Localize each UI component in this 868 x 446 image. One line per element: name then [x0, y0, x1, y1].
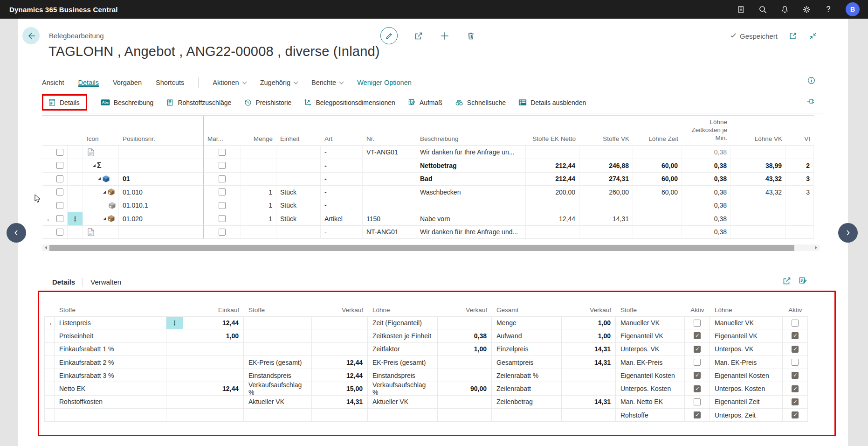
cell-art[interactable]: Artikel	[321, 212, 363, 226]
column-header-mar[interactable]: Mar...	[204, 116, 241, 146]
open-window-icon[interactable]	[789, 32, 797, 42]
details-value-cell[interactable]	[562, 382, 616, 395]
tab-weniger-optionen[interactable]: Weniger Optionen	[357, 73, 412, 92]
cell-einheit[interactable]: Stück	[276, 199, 321, 213]
cell-nr[interactable]: NT-ANG01	[363, 226, 416, 239]
active-checkbox[interactable]	[792, 320, 799, 327]
details-value-cell[interactable]	[183, 396, 244, 409]
details-value-cell[interactable]: 15,00	[312, 382, 368, 395]
column-header-stoffe_ek_netto[interactable]: Stoffe EK Netto	[526, 116, 579, 146]
active-checkbox[interactable]	[792, 385, 799, 392]
breadcrumb[interactable]: Belegbearbeitung	[49, 32, 104, 40]
scroll-left-arrow[interactable]	[42, 244, 49, 251]
cell-einheit[interactable]	[276, 226, 321, 239]
cell-stoffe_ek_netto[interactable]	[526, 146, 579, 160]
details-label-cell[interactable]: Verkaufsaufschlag %	[368, 382, 438, 395]
active-checkbox[interactable]	[792, 411, 799, 418]
details-tab-verwalten[interactable]: Verwalten	[83, 278, 129, 286]
share-icon[interactable]	[782, 276, 792, 287]
cell-beschreibung[interactable]: Nabe vorn	[416, 212, 526, 226]
row-checkbox[interactable]	[56, 215, 63, 222]
details-label-cell[interactable]: Zeitfaktor	[368, 343, 438, 356]
cell-stoffe_ek_netto[interactable]: 200,00	[526, 186, 579, 199]
tab-ansicht[interactable]: Ansicht	[42, 73, 64, 92]
scrollbar-thumb[interactable]	[49, 245, 794, 251]
cell-loehne_zeitkosten[interactable]: 0,38	[682, 226, 731, 239]
cell-vi[interactable]	[786, 212, 814, 226]
bell-icon[interactable]	[780, 5, 789, 14]
cell-loehne_zeitkosten[interactable]: 0,38	[682, 186, 731, 199]
tab-shortcuts[interactable]: Shortcuts	[156, 73, 184, 92]
details-label-cell[interactable]: Einkaufsrabatt 1 %	[55, 343, 166, 356]
info-icon[interactable]	[807, 77, 815, 86]
details-label-cell[interactable]: Rohstoffkosten	[55, 396, 166, 409]
cell-vi[interactable]: 2	[786, 159, 814, 173]
action-aufma-[interactable]: Aufmaß	[408, 98, 442, 106]
cell-beschreibung[interactable]: Wir danken für Ihre Anfrage und...	[416, 226, 526, 239]
cell-einheit[interactable]	[276, 146, 321, 160]
details-value-cell[interactable]	[438, 356, 492, 369]
column-header-nr[interactable]: Nr.	[363, 116, 416, 146]
details-label-cell[interactable]: Unterpos. VK	[710, 343, 783, 356]
cell-stoffe_vk[interactable]: 14,31	[579, 212, 633, 226]
edit-list-icon[interactable]	[799, 276, 807, 287]
expand-triangle-icon[interactable]	[93, 164, 96, 167]
search-icon[interactable]	[758, 5, 767, 14]
mark-checkbox[interactable]	[219, 202, 226, 209]
cell-stoffe_vk[interactable]: 274,31	[579, 173, 633, 186]
cell-nr[interactable]: VT-ANG01	[363, 146, 416, 160]
details-label-cell[interactable]: Eigenanteil VK	[616, 329, 685, 342]
details-label-cell[interactable]: Man. EK-Preis	[616, 356, 685, 369]
active-checkbox[interactable]	[694, 346, 701, 353]
details-label-cell[interactable]: Unterpos. Zeit	[710, 409, 783, 422]
cell-einheit[interactable]	[276, 159, 321, 173]
cell-loehne_zeit[interactable]: 60,00	[633, 173, 682, 186]
column-header-einheit[interactable]: Einheit	[276, 116, 321, 146]
active-checkbox[interactable]	[792, 332, 799, 339]
details-label-cell[interactable]: Zeilenrabatt	[492, 382, 562, 395]
expand-triangle-icon[interactable]	[103, 217, 106, 220]
cell-menge[interactable]	[241, 226, 276, 239]
active-checkbox[interactable]	[694, 411, 701, 418]
cell-menge[interactable]: 1	[241, 199, 276, 213]
cell-menge[interactable]: 1	[241, 186, 276, 199]
details-value-cell[interactable]: 1,00	[562, 329, 616, 342]
cell-nr[interactable]	[363, 186, 416, 199]
details-value-cell[interactable]: 0,38	[438, 329, 492, 342]
cell-nr[interactable]	[363, 159, 416, 173]
details-label-cell[interactable]: Zeit (Eigenanteil)	[368, 316, 438, 329]
cell-pos[interactable]: 01.020	[119, 212, 204, 226]
details-value-cell[interactable]: 14,31	[562, 396, 616, 409]
details-label-cell[interactable]: Man. Netto EK	[616, 396, 685, 409]
action-beschreibung[interactable]: AbcBeschreibung	[101, 99, 154, 106]
help-icon[interactable]: ?	[824, 5, 833, 14]
active-checkbox[interactable]	[792, 346, 799, 353]
mark-checkbox[interactable]	[219, 229, 226, 236]
row-checkbox[interactable]	[56, 175, 63, 182]
details-label-cell[interactable]: Eigenanteil Kosten	[616, 369, 685, 382]
cell-stoffe_vk[interactable]: 260,00	[579, 186, 633, 199]
active-checkbox[interactable]	[694, 332, 701, 339]
row-checkbox[interactable]	[56, 162, 63, 169]
cell-pos[interactable]: 01	[119, 173, 204, 186]
edit-button[interactable]	[380, 27, 398, 44]
cell-loehne_zeit[interactable]: 60,00	[633, 159, 682, 173]
active-checkbox[interactable]	[694, 385, 701, 392]
cell-loehne_vk[interactable]: 38,99	[731, 159, 786, 173]
cell-pos[interactable]	[119, 159, 204, 173]
cell-stoffe_vk[interactable]	[579, 146, 633, 160]
cell-art[interactable]: -	[321, 226, 363, 239]
details-value-cell[interactable]: 12,44	[312, 369, 368, 382]
active-checkbox[interactable]	[694, 359, 701, 366]
row-context-menu-button[interactable]: ⋮	[166, 317, 183, 329]
column-header-loehne_zeit[interactable]: Löhne Zeit	[633, 116, 682, 146]
action-rohstoffzuschl-ge[interactable]: Rohstoffzuschläge	[166, 98, 231, 106]
cell-nr[interactable]	[363, 199, 416, 213]
tab-vorgaben[interactable]: Vorgaben	[113, 73, 142, 92]
details-value-cell[interactable]	[183, 409, 244, 422]
cell-art[interactable]: -	[321, 199, 363, 213]
column-header-menge[interactable]: Menge	[241, 116, 276, 146]
details-value-cell[interactable]	[312, 409, 368, 422]
details-value-cell[interactable]: 14,31	[562, 343, 616, 356]
scroll-right-arrow[interactable]	[812, 244, 820, 251]
